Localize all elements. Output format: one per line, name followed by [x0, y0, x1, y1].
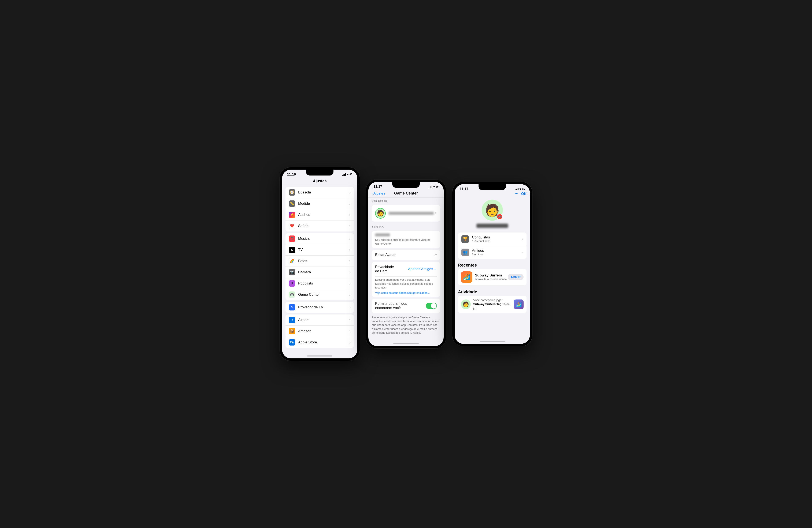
wifi-icon: ▾ — [520, 187, 521, 191]
recent-game-icon: 🏄 — [461, 271, 473, 283]
activity-game-name: Subway Surfers Tag — [473, 302, 502, 306]
amigos-title: Amigos — [472, 248, 522, 253]
home-indicator — [282, 354, 357, 358]
home-bar — [307, 356, 332, 357]
find-friends-desc: Ajude seus amigos e amigas do Game Cente… — [368, 315, 444, 337]
nickname-hint: Seu apelido é público e representará voc… — [375, 238, 437, 246]
list-item[interactable]: 📷 Câmera — [286, 267, 354, 278]
list-item[interactable]: 🎵 Música — [286, 233, 354, 244]
chevron-icon — [349, 224, 351, 228]
item-label: Airport — [298, 318, 349, 322]
list-item[interactable]: S Provedor de TV — [286, 302, 354, 313]
profile-avatar-large: 🧑 🎮 — [482, 200, 503, 221]
chevron-icon — [349, 305, 351, 310]
item-label: TV — [298, 248, 349, 252]
signal-icon — [429, 185, 432, 188]
achievements-friends-card: 🏆 Conquistas 153 concluídas 👥 Amigos 3 n… — [458, 232, 526, 259]
recent-game-title: Subway Surfers — [475, 273, 508, 277]
podcasts-icon: 🎙 — [289, 280, 295, 287]
list-item[interactable]: 🎮 Game Center — [286, 289, 354, 300]
list-item[interactable]: ❤️ Saúde — [286, 221, 354, 231]
photos-icon: 🌈 — [289, 258, 295, 264]
chevron-icon — [349, 281, 351, 286]
item-label: Game Center — [298, 292, 349, 297]
list-item[interactable]: ⚡ Atalhos — [286, 209, 354, 221]
compass-icon: 🧭 — [289, 189, 295, 196]
back-button[interactable]: ‹ Ajustes — [372, 191, 385, 196]
nickname-section: Seu apelido é público e representará voc… — [372, 231, 440, 248]
chevron-icon — [349, 236, 351, 241]
conquistas-icon: 🏆 — [461, 235, 469, 243]
notch — [392, 182, 420, 188]
nickname-blur — [375, 233, 390, 236]
ver-perfil-header: VER PERFIL — [368, 197, 444, 204]
time: 11:17 — [460, 187, 468, 191]
item-label: Câmera — [298, 270, 349, 274]
edit-avatar-card[interactable]: Editar Avatar ↗ — [372, 250, 440, 260]
list-item[interactable]: 🧭 Bússola — [286, 187, 354, 198]
camera-icon: 📷 — [289, 269, 295, 275]
recent-game-sub: Aproveite a corrida infinita! — [475, 277, 508, 281]
list-item[interactable]: 📏 Medida — [286, 198, 354, 209]
activity-text: Você começou a jogar Subway Surfers Tag … — [473, 298, 512, 311]
wifi-icon: ▾ — [433, 185, 435, 188]
notch — [306, 170, 333, 176]
gamecenter-icon: 🎮 — [289, 291, 295, 298]
chevron-icon — [522, 237, 523, 241]
airport-icon: ✈ — [289, 317, 295, 323]
signal-icon — [342, 173, 346, 176]
phone-gamecenter: 11:17 ▾ 85 ‹ Ajustes Game Center — [366, 179, 446, 349]
signal-icon — [515, 188, 519, 190]
list-item[interactable]: ✈ Airport — [286, 315, 354, 326]
privacy-link[interactable]: Veja como os seus dados são gerenciados.… — [372, 290, 440, 297]
conquistas-title: Conquistas — [472, 235, 522, 240]
chevron-icon — [349, 247, 351, 252]
applestore-icon: 🛍 — [289, 339, 295, 346]
amigos-item[interactable]: 👥 Amigos 3 no total — [458, 246, 526, 259]
item-label: Fotos — [298, 259, 349, 263]
list-item[interactable]: tv TV — [286, 244, 354, 256]
recent-game-text: Subway Surfers Aproveite a corrida infin… — [475, 273, 508, 281]
profile-screen: 🧑 🎮 🏆 Conquistas 153 concluídas 👥 — [455, 195, 530, 340]
list-item[interactable]: 📦 Amazon — [286, 326, 354, 337]
activity-date: 16 — [502, 302, 506, 306]
privacy-value[interactable]: Apenas Amigos ⌄ — [408, 267, 437, 271]
find-friends-label: Permitir que amigosencontrem você — [375, 302, 426, 310]
chevron-icon — [522, 250, 523, 255]
apelido-card: Seu apelido é público e representará voc… — [372, 231, 440, 248]
nav-bar: ··· OK — [455, 192, 530, 195]
conquistas-item[interactable]: 🏆 Conquistas 153 concluídas — [458, 232, 526, 246]
atividade-title: Atividade — [458, 289, 526, 295]
chevron-icon — [349, 340, 351, 345]
profile-row[interactable]: 🧑 ↗ — [372, 205, 440, 222]
back-chevron: ‹ — [372, 191, 373, 196]
list-item[interactable]: 🛍 Apple Store — [286, 337, 354, 348]
section-tv-provider: S Provedor de TV — [286, 302, 354, 313]
phone-settings: 11:16 ▾ 85 Ajustes 🧭 — [279, 167, 360, 361]
activity-card: 🧑 Você começou a jogar Subway Surfers Ta… — [458, 296, 526, 313]
username-blur — [389, 212, 434, 215]
arrow-icon: ↗ — [434, 211, 437, 216]
gamecenter-content: VER PERFIL 🧑 ↗ APELIDO Seu apelido é púb… — [368, 197, 444, 342]
privacy-row[interactable]: Privacidadedo Perfil Apenas Amigos ⌄ — [372, 262, 440, 276]
list-item[interactable]: 🎙 Podcasts — [286, 278, 354, 289]
conquistas-text: Conquistas 153 concluídas — [472, 235, 522, 243]
dropdown-chevron: ⌄ — [434, 267, 437, 271]
find-friends-toggle[interactable] — [426, 303, 437, 309]
find-friends-row[interactable]: Permitir que amigosencontrem você — [372, 299, 440, 313]
recent-game-card: 🏄 Subway Surfers Aproveite a corrida inf… — [458, 269, 526, 285]
time: 11:16 — [287, 172, 296, 176]
list-item[interactable]: 🌈 Fotos — [286, 256, 354, 267]
profile-card[interactable]: 🧑 ↗ — [372, 205, 440, 222]
chevron-icon — [349, 212, 351, 217]
edit-avatar-label: Editar Avatar — [375, 253, 396, 257]
settings-title: Ajustes — [313, 179, 327, 183]
item-label: Atalhos — [298, 213, 349, 217]
chevron-icon — [349, 329, 351, 333]
battery-icon: 85 — [436, 185, 438, 188]
edit-avatar-row[interactable]: Editar Avatar ↗ — [372, 250, 440, 260]
item-label: Música — [298, 237, 349, 241]
tvprovider-icon: S — [289, 304, 295, 311]
open-button[interactable]: ABRIR — [508, 274, 524, 280]
recentes-title: Recentes — [458, 263, 526, 268]
